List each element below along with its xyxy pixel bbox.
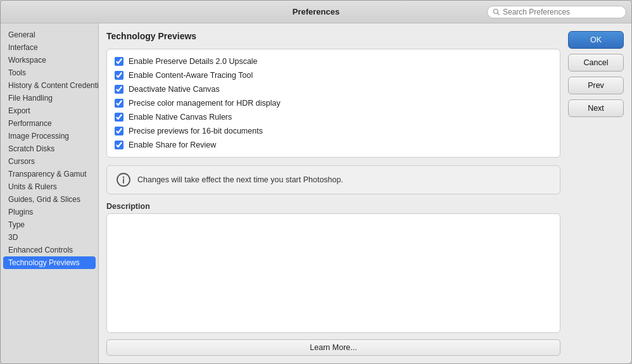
checkbox-precise-previews-16bit[interactable]	[115, 127, 123, 135]
sidebar-item-image-processing[interactable]: Image Processing	[1, 130, 98, 142]
checkbox-label-precise-previews-16bit: Precise previews for 16-bit documents	[129, 127, 263, 135]
search-bar[interactable]	[487, 6, 626, 18]
checkbox-label-share-for-review: Enable Share for Review	[129, 141, 216, 149]
main-panel: Technology Previews Enable Preserve Deta…	[99, 23, 568, 363]
button-panel: OK Cancel Prev Next	[568, 23, 631, 363]
sidebar-item-scratch-disks[interactable]: Scratch Disks	[1, 142, 98, 155]
description-box	[106, 213, 560, 333]
sidebar-item-export[interactable]: Export	[1, 104, 98, 117]
search-input[interactable]	[503, 8, 621, 16]
checkbox-precise-color-mgmt[interactable]	[115, 99, 123, 108]
search-icon	[493, 8, 500, 16]
content-area: General Interface Workspace Tools Histor…	[1, 23, 631, 363]
svg-line-1	[498, 13, 500, 15]
description-label: Description	[106, 202, 560, 211]
checkbox-row-preserve-details: Enable Preserve Details 2.0 Upscale	[115, 54, 552, 68]
checkbox-row-content-aware-tracing: Enable Content-Aware Tracing Tool	[115, 68, 552, 82]
sidebar-item-history-content[interactable]: History & Content Credentials	[1, 79, 98, 92]
checkbox-row-deactivate-native-canvas: Deactivate Native Canvas	[115, 82, 552, 96]
learn-more-button[interactable]: Learn More...	[106, 339, 560, 356]
checkbox-preserve-details[interactable]	[115, 57, 123, 66]
checkbox-row-precise-color-mgmt: Precise color management for HDR display	[115, 96, 552, 110]
checkbox-label-preserve-details: Enable Preserve Details 2.0 Upscale	[129, 57, 258, 66]
checkbox-native-canvas-rulers[interactable]	[115, 113, 123, 122]
sidebar-item-tools[interactable]: Tools	[1, 66, 98, 79]
checkbox-row-precise-previews-16bit: Precise previews for 16-bit documents	[115, 124, 552, 138]
sidebar-item-general[interactable]: General	[1, 28, 98, 41]
checkbox-content-aware-tracing[interactable]	[115, 71, 123, 80]
sidebar-item-cursors[interactable]: Cursors	[1, 155, 98, 168]
sidebar-item-type[interactable]: Type	[1, 218, 98, 231]
section-title: Technology Previews	[106, 31, 560, 41]
sidebar-item-3d[interactable]: 3D	[1, 231, 98, 244]
sidebar-item-transparency-gamut[interactable]: Transparency & Gamut	[1, 168, 98, 180]
checkbox-deactivate-native-canvas[interactable]	[115, 85, 123, 94]
sidebar-item-file-handling[interactable]: File Handling	[1, 92, 98, 104]
checkbox-label-content-aware-tracing: Enable Content-Aware Tracing Tool	[129, 71, 253, 80]
window-title: Preferences	[293, 7, 339, 16]
sidebar-item-guides-grid-slices[interactable]: Guides, Grid & Slices	[1, 193, 98, 206]
sidebar: General Interface Workspace Tools Histor…	[1, 23, 99, 363]
info-icon	[116, 172, 131, 187]
info-message-text: Changes will take effect the next time y…	[137, 175, 343, 184]
prev-button[interactable]: Prev	[568, 77, 624, 94]
checkbox-row-native-canvas-rulers: Enable Native Canvas Rulers	[115, 110, 552, 124]
sidebar-item-performance[interactable]: Performance	[1, 117, 98, 130]
title-bar: Preferences	[1, 1, 631, 23]
sidebar-item-plugins[interactable]: Plugins	[1, 206, 98, 218]
preferences-window: Preferences General Interface Workspace …	[0, 0, 632, 364]
checkbox-label-precise-color-mgmt: Precise color management for HDR display	[129, 99, 281, 108]
cancel-button[interactable]: Cancel	[568, 54, 624, 72]
sidebar-item-enhanced-controls[interactable]: Enhanced Controls	[1, 244, 98, 256]
svg-point-0	[494, 9, 498, 13]
ok-button[interactable]: OK	[568, 31, 624, 49]
sidebar-item-units-rulers[interactable]: Units & Rulers	[1, 180, 98, 193]
checkbox-label-native-canvas-rulers: Enable Native Canvas Rulers	[129, 113, 232, 122]
sidebar-item-interface[interactable]: Interface	[1, 41, 98, 54]
next-button[interactable]: Next	[568, 99, 624, 117]
checkbox-label-deactivate-native-canvas: Deactivate Native Canvas	[129, 85, 220, 94]
checkbox-list: Enable Preserve Details 2.0 Upscale Enab…	[106, 49, 560, 158]
checkbox-row-share-for-review: Enable Share for Review	[115, 138, 552, 152]
checkbox-share-for-review[interactable]	[115, 141, 123, 149]
sidebar-item-technology-previews[interactable]: Technology Previews	[3, 256, 96, 269]
info-banner: Changes will take effect the next time y…	[106, 165, 560, 194]
sidebar-item-workspace[interactable]: Workspace	[1, 54, 98, 66]
